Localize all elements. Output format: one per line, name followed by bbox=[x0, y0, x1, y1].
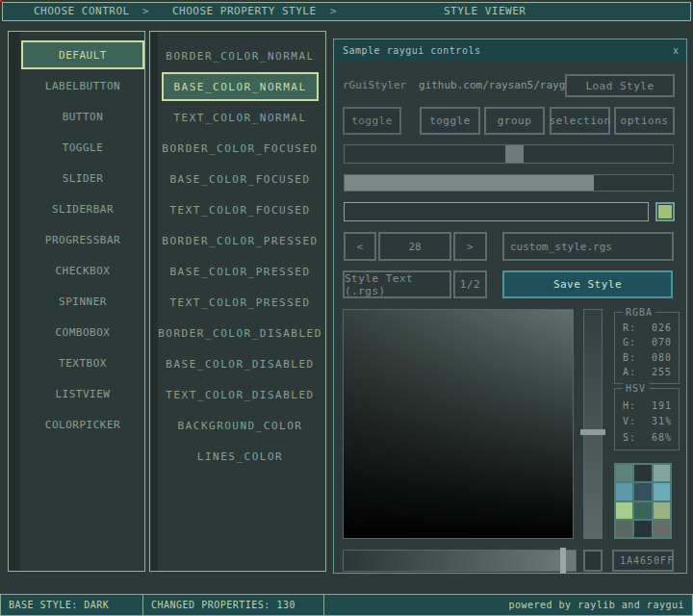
close-icon[interactable]: x bbox=[673, 39, 679, 62]
color-panel[interactable] bbox=[343, 309, 574, 539]
prop-item-border-color-normal[interactable]: BORDER_COLOR_NORMAL bbox=[162, 41, 319, 70]
sample-window: Sample raygui controls x rGuiStyler gith… bbox=[333, 38, 687, 574]
palette-swatch[interactable] bbox=[654, 502, 670, 519]
list-item-colorpicker[interactable]: COLORPICKER bbox=[21, 410, 144, 439]
sample-slider[interactable] bbox=[344, 144, 674, 164]
rgba-groupbox: RGBA R:026 G:070 B:080 A:255 bbox=[614, 312, 680, 384]
rgba-row-r: R:026 bbox=[623, 322, 672, 333]
prop-item-base-color-disabled[interactable]: BASE_COLOR_DISABLED bbox=[162, 349, 319, 378]
toggle-group-toggle[interactable]: toggle bbox=[420, 107, 480, 135]
list-item-button[interactable]: BUTTON bbox=[21, 102, 144, 131]
list-item-toggle[interactable]: TOGGLE bbox=[21, 133, 144, 162]
breadcrumb-separator-icon: > bbox=[330, 3, 337, 20]
prop-item-text-color-pressed[interactable]: TEXT_COLOR_PRESSED bbox=[162, 288, 319, 317]
properties-list: BORDER_COLOR_NORMAL BASE_COLOR_NORMAL TE… bbox=[149, 31, 326, 572]
list-item-slider[interactable]: SLIDER bbox=[21, 164, 144, 192]
prop-item-text-color-disabled[interactable]: TEXT_COLOR_DISABLED bbox=[162, 380, 319, 409]
load-style-button[interactable]: Load Style bbox=[565, 74, 675, 97]
alpha-slider-thumb[interactable] bbox=[560, 548, 566, 574]
prop-item-text-color-normal[interactable]: TEXT_COLOR_NORMAL bbox=[162, 103, 319, 132]
controls-list-scrollbar[interactable] bbox=[9, 32, 20, 571]
checkbox-check bbox=[658, 205, 672, 218]
rgba-row-g: G:070 bbox=[623, 337, 672, 347]
list-item-listview[interactable]: LISTVIEW bbox=[21, 379, 144, 408]
breadcrumb-step-style-viewer: STYLE VIEWER bbox=[444, 3, 526, 20]
palette-swatch[interactable] bbox=[616, 483, 632, 500]
rgba-row-a: A:255 bbox=[623, 367, 672, 377]
list-item-labelbutton[interactable]: LABELBUTTON bbox=[21, 71, 144, 100]
prop-item-background-color[interactable]: BACKGROUND_COLOR bbox=[162, 411, 319, 440]
breadcrumb-separator-icon: > bbox=[142, 3, 149, 20]
hsv-row-s: S:68% bbox=[623, 432, 672, 443]
sample-checkbox[interactable] bbox=[655, 202, 675, 221]
list-item-sliderbar[interactable]: SLIDERBAR bbox=[21, 194, 144, 223]
prop-item-border-color-pressed[interactable]: BORDER_COLOR_PRESSED bbox=[162, 226, 319, 255]
toggle-group-selection[interactable]: selection bbox=[550, 107, 610, 135]
color-preview-box[interactable] bbox=[583, 550, 603, 572]
hex-color-input[interactable]: 1A4650FF bbox=[612, 550, 674, 572]
palette-swatch[interactable] bbox=[654, 521, 670, 537]
list-item-spinner[interactable]: SPINNER bbox=[21, 287, 144, 316]
rguistyler-app: CHOOSE CONTROL > CHOOSE PROPERTY STYLE >… bbox=[0, 0, 693, 616]
palette-swatch[interactable] bbox=[616, 502, 632, 519]
list-item-textbox[interactable]: TEXTBOX bbox=[21, 348, 144, 377]
toggle-group-options[interactable]: options bbox=[614, 107, 675, 135]
rgba-row-b: B:080 bbox=[623, 352, 672, 363]
sample-textbox[interactable] bbox=[344, 202, 649, 221]
controls-list: DEFAULT LABELBUTTON BUTTON TOGGLE SLIDER… bbox=[8, 31, 145, 572]
list-item-default[interactable]: DEFAULT bbox=[21, 40, 144, 69]
hsv-row-v: V:31% bbox=[623, 416, 672, 426]
palette-swatch[interactable] bbox=[654, 465, 670, 481]
hsv-groupbox: HSV H:191 V:31% S:68% bbox=[614, 388, 680, 450]
palette-swatch[interactable] bbox=[634, 483, 651, 500]
repo-url-label: github.com/raysan5/raygui bbox=[419, 74, 578, 97]
prop-item-text-color-focused[interactable]: TEXT_COLOR_FOCUSED bbox=[162, 195, 319, 224]
window-title: Sample raygui controls bbox=[343, 39, 480, 62]
palette-swatch[interactable] bbox=[616, 521, 632, 537]
style-text-button[interactable]: Style Text (.rgs) bbox=[343, 270, 451, 298]
list-item-combobox[interactable]: COMBOBOX bbox=[21, 318, 144, 346]
breadcrumb-step-choose-property: CHOOSE PROPERTY STYLE bbox=[172, 3, 317, 20]
value-slider[interactable] bbox=[583, 309, 603, 539]
palette-swatch[interactable] bbox=[654, 483, 670, 500]
progressbar-fill bbox=[345, 175, 594, 191]
spinner-decrement-button[interactable]: < bbox=[344, 232, 376, 261]
save-style-button[interactable]: Save Style bbox=[502, 270, 673, 298]
styler-name-label: rGuiStyler bbox=[343, 74, 406, 97]
properties-list-scrollbar[interactable] bbox=[150, 32, 158, 571]
prop-item-border-color-focused[interactable]: BORDER_COLOR_FOCUSED bbox=[162, 134, 319, 163]
value-slider-thumb[interactable] bbox=[580, 429, 605, 435]
spinner-value[interactable]: 28 bbox=[378, 232, 451, 261]
palette-swatch[interactable] bbox=[634, 465, 651, 481]
breadcrumb-step-choose-control: CHOOSE CONTROL bbox=[34, 3, 130, 20]
list-item-checkbox[interactable]: CHECKBOX bbox=[21, 256, 144, 285]
palette-swatch[interactable] bbox=[634, 521, 651, 537]
status-changed-properties: CHANGED PROPERTIES: 130 bbox=[142, 594, 324, 616]
prop-item-base-color-pressed[interactable]: BASE_COLOR_PRESSED bbox=[162, 257, 319, 286]
list-item-progressbar[interactable]: PROGRESSBAR bbox=[21, 225, 144, 254]
alpha-slider[interactable] bbox=[343, 550, 577, 572]
status-base-style: BASE STYLE: DARK bbox=[0, 594, 143, 616]
prop-item-base-color-normal[interactable]: BASE_COLOR_NORMAL bbox=[162, 72, 319, 101]
toggle-button[interactable]: toggle bbox=[343, 107, 401, 135]
sample-progressbar bbox=[344, 174, 674, 192]
breadcrumb-bar: CHOOSE CONTROL > CHOOSE PROPERTY STYLE >… bbox=[2, 2, 691, 21]
filename-input[interactable]: custom_style.rgs bbox=[502, 232, 674, 261]
status-credits: powered by raylib and raygui bbox=[323, 594, 693, 616]
prop-item-base-color-focused[interactable]: BASE_COLOR_FOCUSED bbox=[162, 165, 319, 193]
sample-window-titlebar[interactable]: Sample raygui controls x bbox=[334, 39, 686, 62]
palette-swatch[interactable] bbox=[634, 502, 651, 519]
hsv-row-h: H:191 bbox=[623, 400, 672, 411]
palette-swatch[interactable] bbox=[616, 465, 632, 481]
prop-item-lines-color[interactable]: LINES_COLOR bbox=[162, 442, 319, 471]
prop-item-border-color-disabled[interactable]: BORDER_COLOR_DISABLED bbox=[162, 319, 319, 347]
spinner-increment-button[interactable]: > bbox=[453, 232, 487, 261]
page-indicator-button[interactable]: 1/2 bbox=[453, 270, 487, 298]
color-palette bbox=[614, 463, 672, 539]
slider-thumb[interactable] bbox=[505, 145, 524, 163]
toggle-group-group[interactable]: group bbox=[484, 107, 545, 135]
